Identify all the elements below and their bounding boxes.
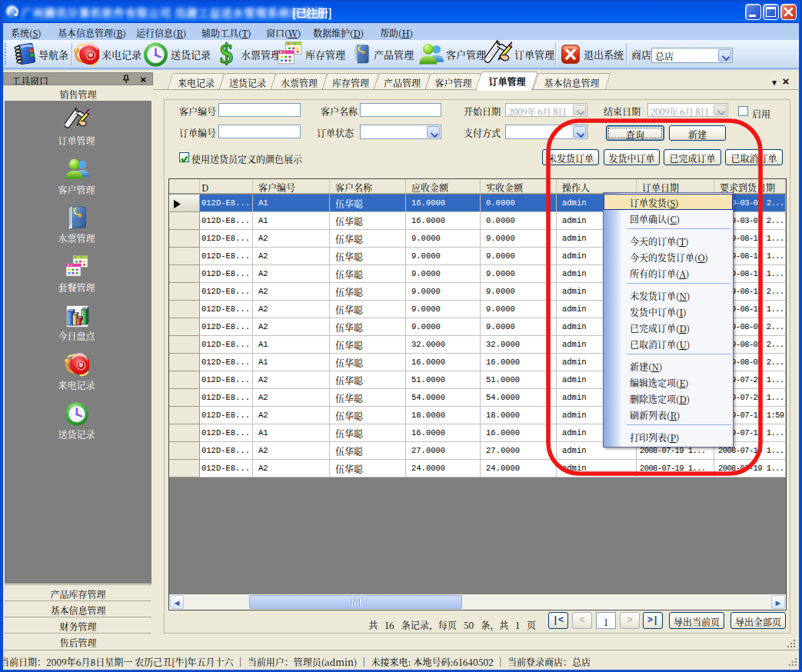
svg-text:$: $	[220, 42, 233, 66]
